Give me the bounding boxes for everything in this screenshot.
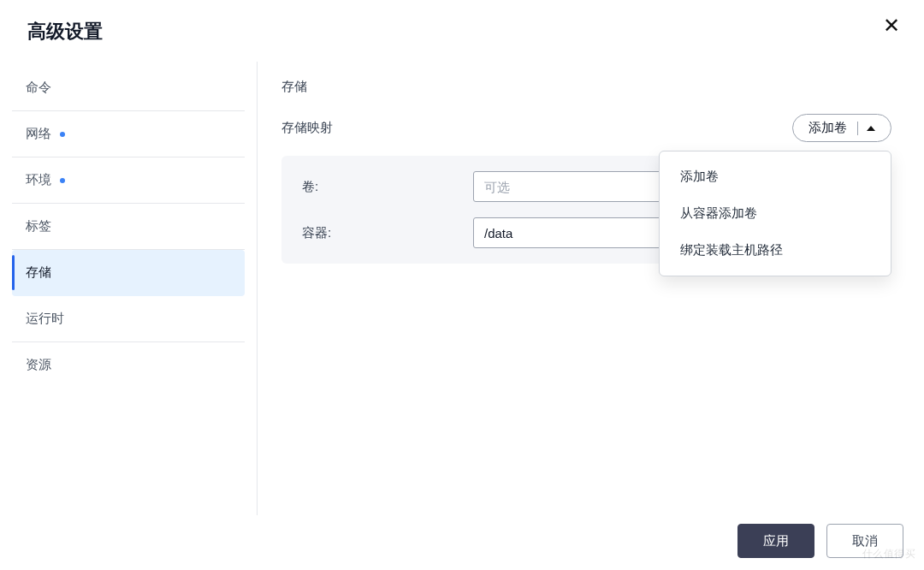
volume-label: 卷: <box>302 179 473 195</box>
indicator-dot <box>60 132 65 137</box>
close-icon[interactable]: ✕ <box>883 15 900 36</box>
advanced-settings-modal: 高级设置 ✕ 命令 网络 环境 标签 存储 运行时 <box>0 0 924 570</box>
dropdown-item-label: 绑定装载主机路径 <box>680 242 783 257</box>
modal-footer: 应用 取消 <box>737 524 903 558</box>
add-volume-dropdown: 添加卷 从容器添加卷 绑定装载主机路径 <box>659 151 891 276</box>
sidebar-item-label: 环境 <box>26 172 51 188</box>
sidebar-item-label: 存储 <box>26 264 51 281</box>
sidebar-item-label: 资源 <box>26 357 51 373</box>
content-panel: 存储 存储映射 添加卷 卷: 容器: <box>258 62 924 515</box>
dropdown-item-bind-host-path[interactable]: 绑定装载主机路径 <box>660 232 891 269</box>
modal-title: 高级设置 <box>0 0 924 62</box>
modal-body: 命令 网络 环境 标签 存储 运行时 资源 <box>0 62 924 515</box>
cancel-button-label: 取消 <box>852 533 878 549</box>
mapping-header-row: 存储映射 添加卷 <box>281 114 891 142</box>
mapping-label: 存储映射 <box>281 120 333 136</box>
section-title: 存储 <box>281 79 891 95</box>
dropdown-item-label: 从容器添加卷 <box>680 205 757 220</box>
add-volume-button-label: 添加卷 <box>808 120 847 136</box>
sidebar: 命令 网络 环境 标签 存储 运行时 资源 <box>0 62 257 515</box>
sidebar-item-resources[interactable]: 资源 <box>12 342 245 388</box>
dropdown-item-label: 添加卷 <box>680 169 719 183</box>
dropdown-item-add-volume[interactable]: 添加卷 <box>660 158 891 195</box>
sidebar-item-label: 运行时 <box>26 311 64 327</box>
indicator-dot <box>60 178 65 183</box>
sidebar-item-runtime[interactable]: 运行时 <box>12 296 245 342</box>
sidebar-item-network[interactable]: 网络 <box>12 111 245 157</box>
sidebar-item-labels[interactable]: 标签 <box>12 204 245 250</box>
sidebar-item-storage[interactable]: 存储 <box>12 250 245 296</box>
container-label: 容器: <box>302 225 473 241</box>
sidebar-item-environment[interactable]: 环境 <box>12 157 245 204</box>
button-separator <box>857 122 858 135</box>
cancel-button[interactable]: 取消 <box>826 524 903 558</box>
apply-button-label: 应用 <box>763 533 789 549</box>
sidebar-item-label: 命令 <box>26 80 51 96</box>
dropdown-item-add-from-container[interactable]: 从容器添加卷 <box>660 195 891 232</box>
sidebar-item-command[interactable]: 命令 <box>12 65 245 111</box>
caret-up-icon <box>867 126 875 131</box>
sidebar-item-label: 标签 <box>26 218 51 235</box>
apply-button[interactable]: 应用 <box>737 524 814 558</box>
sidebar-item-label: 网络 <box>26 126 51 142</box>
add-volume-button[interactable]: 添加卷 <box>792 114 891 142</box>
